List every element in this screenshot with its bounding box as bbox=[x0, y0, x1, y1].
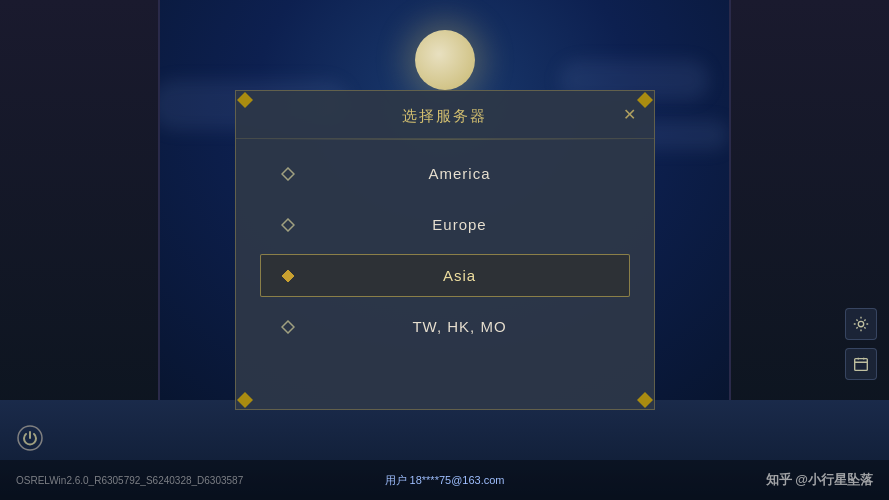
diamond-icon-europe bbox=[281, 218, 295, 232]
server-item-twhkmo[interactable]: TW, HK, MO bbox=[260, 305, 630, 348]
user-value: 18****75@163.com bbox=[410, 474, 505, 486]
svg-marker-7 bbox=[282, 321, 294, 333]
server-item-europe[interactable]: Europe bbox=[260, 203, 630, 246]
user-info: 用户 18****75@163.com bbox=[302, 473, 588, 488]
corner-decoration-br bbox=[635, 390, 655, 410]
version-text: OSRELWin2.6.0_R6305792_S6240328_D6303587 bbox=[16, 475, 302, 486]
svg-point-9 bbox=[858, 321, 863, 326]
diamond-icon-twhkmo bbox=[281, 320, 295, 334]
server-name-america: America bbox=[311, 165, 609, 182]
svg-marker-3 bbox=[637, 392, 653, 408]
modal-title: 选择服务器 bbox=[402, 107, 487, 124]
server-item-america[interactable]: America bbox=[260, 152, 630, 195]
calendar-button[interactable] bbox=[845, 348, 877, 380]
diamond-icon-america bbox=[281, 167, 295, 181]
diamond-icon-asia bbox=[281, 269, 295, 283]
power-button[interactable] bbox=[16, 424, 44, 452]
server-name-asia: Asia bbox=[311, 267, 609, 284]
svg-rect-10 bbox=[855, 359, 868, 371]
modal-close-button[interactable]: ✕ bbox=[623, 107, 638, 123]
settings-button[interactable] bbox=[845, 308, 877, 340]
svg-marker-5 bbox=[282, 219, 294, 231]
corner-decoration-bl bbox=[235, 390, 255, 410]
right-icons bbox=[845, 308, 877, 380]
svg-marker-4 bbox=[282, 168, 294, 180]
modal-overlay: 选择服务器 ✕ America Europe bbox=[0, 0, 889, 500]
server-list: America Europe Asia TW, bbox=[236, 140, 654, 372]
modal-header: 选择服务器 ✕ bbox=[236, 91, 654, 139]
svg-marker-2 bbox=[237, 392, 253, 408]
server-name-europe: Europe bbox=[311, 216, 609, 233]
server-item-asia[interactable]: Asia bbox=[260, 254, 630, 297]
watermark: 知乎 @小行星坠落 bbox=[587, 471, 873, 489]
server-select-modal: 选择服务器 ✕ America Europe bbox=[235, 90, 655, 410]
user-label: 用户 bbox=[385, 474, 407, 486]
svg-marker-6 bbox=[282, 270, 294, 282]
bottom-bar: OSRELWin2.6.0_R6305792_S6240328_D6303587… bbox=[0, 460, 889, 500]
server-name-twhkmo: TW, HK, MO bbox=[311, 318, 609, 335]
